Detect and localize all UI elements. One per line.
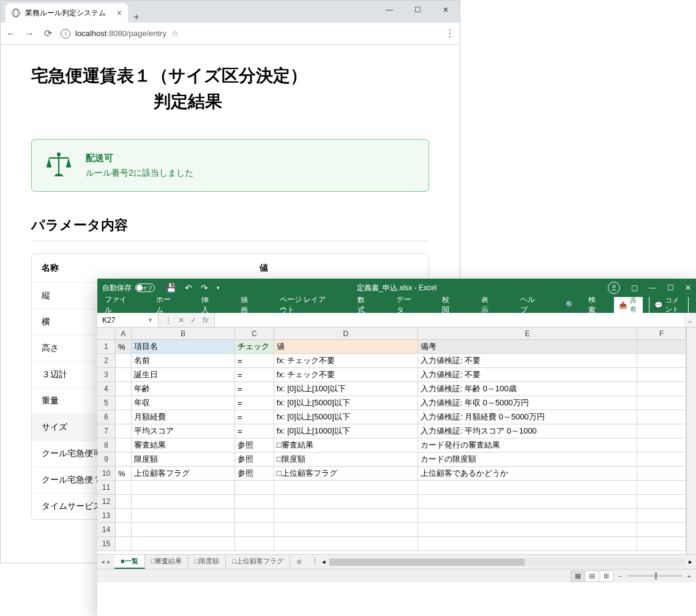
cell[interactable]: = (235, 382, 274, 396)
zoom-in-button[interactable]: + (687, 573, 691, 580)
cell[interactable]: = (235, 424, 274, 438)
cell[interactable]: 上位顧客であるかどうか (418, 467, 637, 480)
cell[interactable] (637, 467, 686, 480)
search-icon[interactable]: 🔍 (566, 301, 575, 309)
page-layout-view-button[interactable]: ▤ (585, 571, 599, 582)
new-tab-button[interactable]: + (128, 12, 145, 23)
cell[interactable] (116, 396, 132, 410)
save-icon[interactable]: 💾 (166, 283, 176, 293)
autosave[interactable]: 自動保存 オフ (102, 283, 155, 293)
row-header[interactable]: 7 (97, 424, 116, 438)
cell[interactable] (116, 481, 132, 494)
cell[interactable]: 月額経費 (132, 410, 235, 424)
browser-tab[interactable]: 業務ルール判定システム × (6, 3, 128, 23)
cell[interactable]: 値 (274, 340, 418, 353)
cell[interactable]: 備考 (418, 340, 637, 353)
cell[interactable] (637, 424, 686, 438)
row-header[interactable]: 11 (97, 481, 116, 494)
row-header[interactable]: 13 (97, 509, 116, 522)
zoom-out-button[interactable]: − (618, 573, 622, 580)
sheet-nav[interactable]: ◂▸ (97, 558, 114, 566)
row-header[interactable]: 10 (97, 467, 116, 480)
cell[interactable] (116, 523, 132, 536)
cell[interactable] (637, 340, 686, 353)
cell[interactable] (116, 354, 132, 367)
cell[interactable] (418, 537, 637, 550)
ribbon-tab[interactable]: 描画 (241, 295, 253, 315)
sheet-tab[interactable]: □上位顧客フラグ (226, 555, 290, 569)
cell[interactable] (637, 368, 686, 381)
tab-close-icon[interactable]: × (117, 8, 122, 18)
ribbon-tab[interactable]: ファイル (105, 295, 129, 315)
formula-input[interactable] (214, 313, 684, 327)
cell[interactable]: □上位顧客フラグ (274, 467, 418, 480)
cell[interactable] (637, 354, 686, 367)
zoom-slider[interactable] (627, 575, 683, 577)
ribbon-tab[interactable]: 数式 (357, 295, 370, 315)
cell[interactable] (274, 481, 418, 494)
col-header[interactable]: F (637, 328, 686, 339)
cell[interactable]: 審査結果 (132, 438, 235, 452)
close-button[interactable]: ✕ (432, 1, 460, 19)
redo-icon[interactable]: ↷ (201, 283, 208, 293)
name-box[interactable]: K27 ▼ (97, 313, 159, 327)
sheet-tab[interactable]: □審査結果 (145, 555, 189, 569)
cell[interactable]: カード発行の審査結果 (418, 438, 637, 452)
ribbon-tab[interactable]: 表示 (481, 295, 493, 315)
row-header[interactable]: 1 (97, 340, 116, 353)
cell[interactable] (116, 509, 132, 522)
ribbon-display-icon[interactable]: ▢ (631, 284, 638, 292)
cell[interactable] (235, 509, 274, 522)
cell[interactable]: 参照 (235, 453, 274, 466)
cell[interactable]: 年収 (132, 396, 235, 410)
menu-dots-icon[interactable]: ⋮ (445, 28, 455, 39)
cell[interactable] (637, 396, 686, 410)
qat-dropdown-icon[interactable]: ▾ (217, 285, 220, 291)
row-header[interactable]: 8 (97, 438, 116, 452)
col-header[interactable]: C (235, 328, 274, 339)
site-info-icon[interactable]: i (61, 29, 70, 39)
cell[interactable]: 入力値検証: 不要 (418, 354, 637, 367)
cell[interactable] (637, 537, 686, 550)
row-header[interactable]: 4 (97, 382, 116, 396)
hscroll-left-icon[interactable]: ◂ (322, 558, 326, 566)
cancel-icon[interactable]: ✕ (178, 316, 184, 325)
cell[interactable]: カードの限度額 (418, 453, 637, 466)
cell[interactable]: 入力値検証: 不要 (418, 368, 637, 381)
cell[interactable]: fx: [0]以上[1000]以下 (274, 424, 418, 438)
cell[interactable] (637, 523, 686, 536)
account-icon[interactable] (608, 282, 620, 294)
hscroll-right-icon[interactable]: ▸ (689, 558, 692, 566)
search-label[interactable]: 検索 (588, 295, 601, 315)
maximize-button[interactable]: ☐ (403, 1, 432, 19)
col-header[interactable]: E (418, 328, 638, 339)
cell[interactable] (637, 453, 686, 466)
cell[interactable] (235, 495, 274, 508)
cell[interactable]: 入力値検証: 平均スコア 0～1000 (418, 424, 637, 438)
vertical-scrollbar[interactable] (686, 328, 696, 554)
cell[interactable]: % (116, 340, 132, 353)
cell[interactable]: 名前 (132, 354, 235, 367)
cell[interactable]: fx: [0]以上[5000]以下 (274, 410, 418, 424)
undo-icon[interactable]: ↶ (185, 283, 192, 293)
cell[interactable]: 入力値検証: 月額経費 0～5000万円 (418, 410, 637, 424)
cell[interactable] (116, 410, 132, 424)
cell[interactable] (274, 509, 418, 522)
cell[interactable]: 参照 (235, 467, 274, 480)
sheet-tab[interactable]: □限度額 (189, 555, 226, 569)
cell[interactable] (418, 509, 637, 522)
ribbon-tab[interactable]: ヘルプ (520, 295, 539, 315)
cell[interactable]: = (235, 410, 274, 424)
cell[interactable]: fx: [0]以上[5000]以下 (274, 396, 418, 410)
page-break-view-button[interactable]: ⊞ (599, 571, 613, 582)
cell[interactable] (116, 424, 132, 438)
row-header[interactable]: 3 (97, 368, 116, 381)
cell[interactable] (637, 438, 686, 452)
ribbon-tab[interactable]: ホーム (156, 295, 174, 315)
cell[interactable]: □限度額 (274, 453, 418, 466)
horizontal-scrollbar[interactable] (329, 558, 685, 566)
col-header[interactable]: D (274, 328, 418, 339)
cell[interactable] (637, 495, 686, 508)
cell[interactable] (235, 537, 274, 550)
cell[interactable]: 誕生日 (132, 368, 235, 381)
